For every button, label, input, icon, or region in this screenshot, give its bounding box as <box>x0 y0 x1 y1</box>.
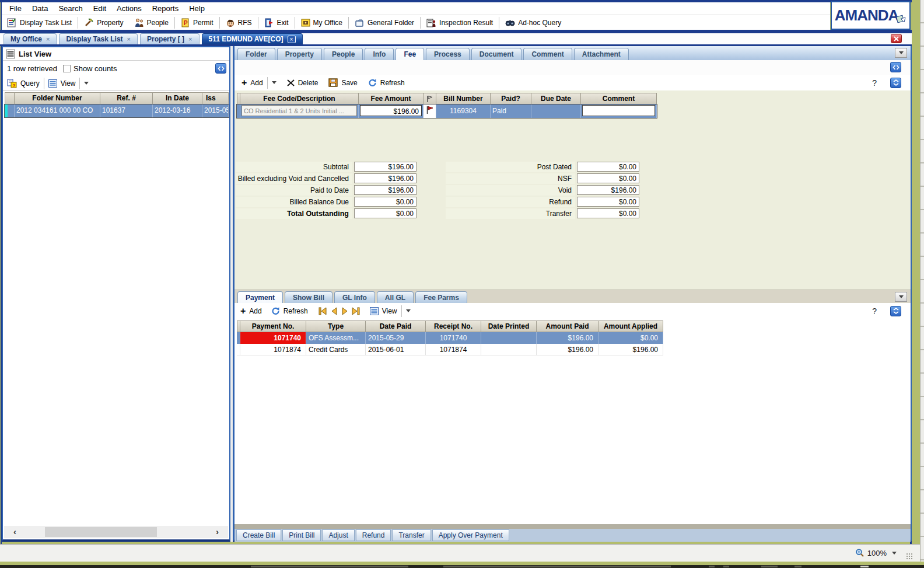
help-icon[interactable]: ? <box>872 78 877 88</box>
menu-edit[interactable]: Edit <box>88 3 111 14</box>
menu-reports[interactable]: Reports <box>147 3 184 14</box>
toolbar-general-folder[interactable]: General Folder <box>349 16 419 29</box>
close-tab-button[interactable] <box>891 34 902 43</box>
cell-folder-number[interactable]: 2012 034161 000 00 CO <box>15 104 100 117</box>
view-dropdown-icon[interactable] <box>84 82 89 85</box>
tab-document[interactable]: Document <box>471 48 522 60</box>
cell-date-paid[interactable]: 2015-05-29 <box>366 332 426 344</box>
scroll-left-icon[interactable]: ‹ <box>13 527 16 536</box>
column-header-bill-number[interactable]: Bill Number <box>436 93 491 104</box>
tab-process[interactable]: Process <box>426 48 470 60</box>
help-icon[interactable]: ? <box>872 306 877 316</box>
cell-payment-no[interactable]: 1071874 <box>240 344 306 356</box>
nav-first-icon[interactable] <box>318 307 327 315</box>
payment-row-selected[interactable]: 1071740 OFS Assessm... 2015-05-29 107174… <box>237 332 663 344</box>
value-nsf[interactable]: $0.00 <box>577 173 639 183</box>
tab-all-gl[interactable]: All GL <box>377 291 414 303</box>
tab-close-icon[interactable]: × <box>127 36 131 42</box>
expand-vertical-button[interactable] <box>890 306 901 316</box>
column-header-issue[interactable]: Iss <box>202 92 229 104</box>
tab-gl-info[interactable]: GL Info <box>334 291 375 303</box>
refund-button[interactable]: Refund <box>356 529 391 541</box>
value-billed-balance-due[interactable]: $0.00 <box>354 197 416 207</box>
print-bill-button[interactable]: Print Bill <box>282 529 321 541</box>
column-header-in-date[interactable]: In Date <box>153 92 202 104</box>
list-row-selected[interactable]: 2012 034161 000 00 CO 101637 2012-03-16 … <box>5 104 229 117</box>
tab-payment[interactable]: Payment <box>237 291 283 303</box>
add-dropdown-icon[interactable] <box>272 81 276 84</box>
horizontal-scrollbar[interactable]: ‹ › <box>4 526 228 538</box>
column-header-ref[interactable]: Ref. # <box>100 92 153 104</box>
scrollbar-thumb[interactable] <box>45 527 157 537</box>
toolbar-permit[interactable]: P Permit <box>176 16 219 29</box>
tab-people[interactable]: People <box>324 48 363 60</box>
cell-fee-code[interactable]: CO Residential 1 & 2 Units Initial ... <box>240 104 359 118</box>
tab-511-edmund-ave[interactable]: 511 EDMUND AVE[CO]× <box>202 33 303 44</box>
apply-over-payment-button[interactable]: Apply Over Payment <box>432 529 509 541</box>
tab-close-icon[interactable]: × <box>46 36 50 42</box>
value-transfer[interactable]: $0.00 <box>577 208 639 218</box>
tab-overflow-button[interactable] <box>895 292 907 302</box>
splitter-bar[interactable] <box>235 524 911 529</box>
cell-payment-no[interactable]: 1071740 <box>240 332 306 344</box>
expand-vertical-button[interactable] <box>890 78 901 88</box>
payment-view-button[interactable]: View <box>382 307 397 315</box>
payment-add-button[interactable]: Add <box>249 307 261 315</box>
column-header-date-printed[interactable]: Date Printed <box>481 320 537 332</box>
cell-flag[interactable] <box>424 104 436 118</box>
value-paid-to-date[interactable]: $196.00 <box>354 185 416 195</box>
toolbar-inspection-result[interactable]: Inspection Result <box>421 16 498 29</box>
resize-grip[interactable] <box>906 553 913 560</box>
tab-my-office[interactable]: My Office× <box>4 33 57 44</box>
tab-attachment[interactable]: Attachment <box>574 48 629 60</box>
toolbar-rfs[interactable]: RFS <box>220 16 257 29</box>
nav-previous-icon[interactable] <box>331 307 338 315</box>
cell-due-date[interactable] <box>531 104 581 118</box>
toolbar-property[interactable]: Property <box>79 16 128 29</box>
cell-ref[interactable]: 101637 <box>100 104 153 117</box>
menu-help[interactable]: Help <box>184 3 210 14</box>
toolbar-adhoc-query[interactable]: Ad-hoc Query <box>500 16 566 29</box>
column-header-fee-code[interactable]: Fee Code/Description <box>240 93 359 104</box>
adjust-button[interactable]: Adjust <box>322 529 354 541</box>
column-header-fee-amount[interactable]: Fee Amount <box>359 93 424 104</box>
column-header-receipt-no[interactable]: Receipt No. <box>426 320 481 332</box>
cell-type[interactable]: OFS Assessm... <box>306 332 366 344</box>
cell-amount-applied[interactable]: $0.00 <box>598 332 663 344</box>
query-button[interactable]: Query <box>20 79 40 88</box>
column-header-date-paid[interactable]: Date Paid <box>366 320 426 332</box>
tab-property[interactable]: Property [ ]× <box>140 33 199 44</box>
scroll-right-icon[interactable]: › <box>216 527 219 536</box>
cell-comment[interactable] <box>581 104 657 118</box>
value-refund[interactable]: $0.00 <box>577 197 639 207</box>
menu-actions[interactable]: Actions <box>111 3 147 14</box>
column-header-payment-no[interactable]: Payment No. <box>240 320 306 332</box>
tab-property-detail[interactable]: Property <box>277 48 322 60</box>
value-total-outstanding[interactable]: $0.00 <box>354 208 416 218</box>
value-post-dated[interactable]: $0.00 <box>577 162 639 172</box>
cell-type[interactable]: Credit Cards <box>306 344 366 356</box>
zoom-dropdown-icon[interactable] <box>892 552 897 555</box>
cell-receipt-no[interactable]: 1071874 <box>426 344 481 356</box>
nav-next-icon[interactable] <box>341 307 348 315</box>
transfer-button[interactable]: Transfer <box>392 529 430 541</box>
fee-refresh-button[interactable]: Refresh <box>380 79 405 87</box>
cell-date-paid[interactable]: 2015-06-01 <box>366 344 426 356</box>
view-dropdown-icon[interactable] <box>406 309 411 312</box>
cell-bill-number[interactable]: 1169304 <box>436 104 491 118</box>
value-subtotal[interactable]: $196.00 <box>354 162 416 172</box>
menu-search[interactable]: Search <box>53 3 88 14</box>
zoom-control[interactable]: 100% <box>855 548 897 557</box>
cell-issue-date[interactable]: 2015-05 <box>202 104 229 117</box>
column-header-folder-number[interactable]: Folder Number <box>15 92 100 104</box>
toolbar-my-office[interactable]: My Office <box>296 16 348 29</box>
cell-date-printed[interactable] <box>481 344 537 356</box>
toolbar-exit[interactable]: Exit <box>259 16 294 29</box>
show-counts-checkbox[interactable] <box>63 65 71 72</box>
tab-info[interactable]: Info <box>365 48 394 60</box>
cell-amount-applied[interactable]: $196.00 <box>598 344 663 356</box>
nav-last-icon[interactable] <box>352 307 360 315</box>
tab-close-icon[interactable]: × <box>188 36 192 42</box>
fee-row-selected[interactable]: CO Residential 1 & 2 Units Initial ... $… <box>237 104 657 118</box>
fee-code-input[interactable]: CO Residential 1 & 2 Units Initial ... <box>242 105 357 116</box>
